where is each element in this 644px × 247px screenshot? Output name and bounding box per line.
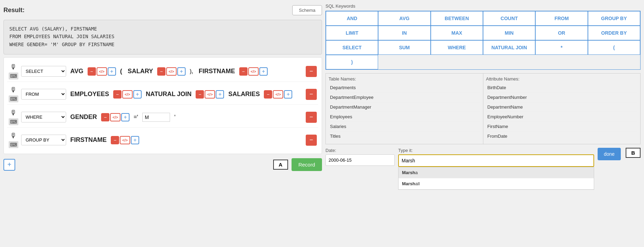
token-controls-firstname-4: − </> +	[111, 136, 139, 144]
table-item-department-manager[interactable]: DepartmentManager	[329, 102, 480, 112]
row-controls-4: 🎙 ⌨	[9, 132, 18, 148]
minus-firstname-1[interactable]: −	[239, 67, 248, 76]
date-input[interactable]	[325, 154, 395, 166]
token-controls-natural-join: − </> +	[196, 90, 224, 99]
plus-firstname-4[interactable]: +	[131, 136, 139, 144]
sql-display: SELECT AVG (SALARY), FIRSTNAME FROM EMPL…	[3, 20, 322, 54]
autocomplete-item-marshall[interactable]: Marshall	[399, 178, 594, 189]
minus-firstname-4[interactable]: −	[111, 136, 119, 144]
attr-item-department-number[interactable]: DepartmentNumber	[486, 93, 638, 102]
code-natural-join[interactable]: </>	[205, 90, 215, 99]
minus-employees[interactable]: −	[113, 90, 122, 99]
query-row-3: 🎙 ⌨ WHERESELECTFROMGROUP BY GENDER − </>…	[7, 107, 318, 128]
token-close-quote: '	[173, 114, 177, 120]
attr-item-birthdate[interactable]: BirthDate	[486, 83, 638, 93]
type-it-input[interactable]	[399, 155, 593, 166]
delete-row-1[interactable]: −	[306, 66, 317, 77]
attr-item-department-name[interactable]: DepartmentName	[486, 102, 638, 112]
keyword-select-3[interactable]: WHERESELECTFROMGROUP BY	[21, 112, 66, 122]
row-controls-3: 🎙 ⌨	[9, 109, 18, 125]
plus-natural-join[interactable]: +	[216, 90, 224, 99]
mic-icon-1[interactable]: 🎙	[10, 63, 17, 71]
delete-row-3[interactable]: −	[306, 112, 317, 123]
plus-firstname-1[interactable]: +	[259, 67, 268, 76]
record-button[interactable]: Record	[292, 158, 322, 171]
keyword-select-2[interactable]: FROMSELECTWHEREGROUP BY	[21, 89, 66, 100]
kw-group-by[interactable]: GROUP BY	[588, 11, 640, 26]
kw-in[interactable]: IN	[378, 26, 430, 40]
right-panel: SQL Keywords AND AVG BETWEEN COUNT FROM …	[325, 3, 641, 244]
attr-item-fromdate[interactable]: FromDate	[486, 131, 638, 141]
keyword-select-4[interactable]: GROUP BYSELECTFROMWHERE	[21, 135, 66, 145]
where-value-input[interactable]	[142, 113, 170, 122]
keyword-select-1[interactable]: SELECTFROMWHEREGROUP BY	[21, 66, 66, 77]
kw-where[interactable]: WHERE	[431, 40, 483, 55]
mic-icon-2[interactable]: 🎙	[10, 86, 17, 94]
kw-between[interactable]: BETWEEN	[431, 11, 483, 26]
kw-min[interactable]: MIN	[483, 26, 535, 40]
code-salaries[interactable]: </>	[273, 90, 283, 99]
minus-natural-join[interactable]: −	[196, 90, 204, 99]
table-item-department-employee[interactable]: DepartmentEmployee	[329, 93, 480, 102]
kw-select[interactable]: SELECT	[326, 40, 378, 55]
code-salary[interactable]: </>	[166, 67, 177, 76]
keyboard-icon-4[interactable]: ⌨	[9, 141, 18, 148]
code-avg[interactable]: </>	[97, 67, 107, 76]
plus-avg[interactable]: +	[108, 67, 116, 76]
kw-sum[interactable]: SUM	[378, 40, 430, 55]
code-gender[interactable]: </>	[110, 113, 120, 121]
label-b: B	[626, 148, 641, 158]
kw-limit[interactable]: LIMIT	[326, 26, 378, 40]
token-employees: EMPLOYEES	[69, 91, 110, 98]
left-panel: Result: Schema SELECT AVG (SALARY), FIRS…	[3, 3, 322, 244]
kw-avg[interactable]: AVG	[378, 11, 430, 26]
kw-order-by[interactable]: ORDER BY	[588, 26, 640, 40]
code-employees[interactable]: </>	[122, 90, 133, 99]
query-row-2: 🎙 ⌨ FROMSELECTWHEREGROUP BY EMPLOYEES − …	[7, 84, 318, 105]
code-firstname-1[interactable]: </>	[248, 67, 259, 76]
plus-employees[interactable]: +	[133, 90, 142, 99]
add-row-button[interactable]: +	[3, 159, 15, 171]
kw-close-paren[interactable]: )	[326, 55, 378, 69]
attr-item-employee-number[interactable]: EmployeeNumber	[486, 112, 638, 122]
mic-icon-4[interactable]: 🎙	[10, 132, 17, 140]
attr-names-label: Attribute Names:	[486, 76, 638, 82]
table-item-titles[interactable]: Titles	[329, 131, 480, 141]
kw-from[interactable]: FROM	[535, 11, 588, 26]
token-equals-quote: ='	[132, 114, 140, 120]
autocomplete-dropdown: Marsha Marshall	[398, 167, 594, 190]
done-button[interactable]: done	[598, 148, 621, 160]
type-section: Type it: Marsha Marshall	[398, 148, 594, 167]
kw-max[interactable]: MAX	[431, 26, 483, 40]
code-firstname-4[interactable]: </>	[120, 136, 130, 144]
kw-and[interactable]: AND	[326, 11, 378, 26]
attr-item-firstname[interactable]: FirstName	[486, 122, 638, 131]
table-item-employees[interactable]: Employees	[329, 112, 480, 122]
schema-button[interactable]: Schema	[292, 5, 322, 15]
kw-asterisk[interactable]: *	[535, 40, 588, 55]
autocomplete-item-marsha[interactable]: Marsha	[399, 167, 594, 178]
keyboard-icon-2[interactable]: ⌨	[9, 95, 18, 102]
minus-salary[interactable]: −	[157, 67, 166, 76]
mic-icon-3[interactable]: 🎙	[10, 109, 17, 117]
kw-open-paren[interactable]: (	[588, 40, 640, 55]
token-controls-salaries: − </> +	[264, 90, 292, 99]
minus-salaries[interactable]: −	[264, 90, 272, 99]
date-label: Date:	[325, 148, 395, 153]
kw-or[interactable]: OR	[535, 26, 588, 40]
plus-gender[interactable]: +	[121, 113, 129, 121]
table-names-section: Table Names: Departments DepartmentEmplo…	[326, 74, 483, 144]
plus-salary[interactable]: +	[177, 67, 186, 76]
keyboard-icon-3[interactable]: ⌨	[9, 118, 18, 125]
table-item-departments[interactable]: Departments	[329, 83, 480, 93]
table-item-salaries[interactable]: Salaries	[329, 122, 480, 131]
keyboard-icon-1[interactable]: ⌨	[9, 73, 18, 79]
plus-salaries[interactable]: +	[284, 90, 292, 99]
kw-count[interactable]: COUNT	[483, 11, 535, 26]
minus-avg[interactable]: −	[88, 67, 96, 76]
minus-gender[interactable]: −	[101, 113, 109, 121]
token-salaries: SALARIES	[227, 91, 261, 98]
delete-row-2[interactable]: −	[306, 89, 317, 100]
kw-natural-join[interactable]: NATURAL JOIN	[483, 40, 535, 55]
delete-row-4[interactable]: −	[306, 135, 317, 146]
